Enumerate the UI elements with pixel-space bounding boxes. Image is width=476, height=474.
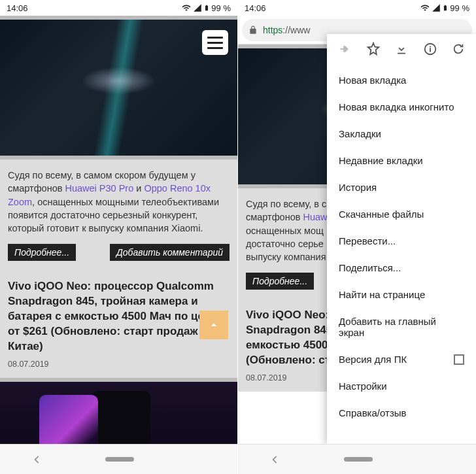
wifi-icon	[181, 3, 192, 12]
battery-icon	[442, 3, 449, 13]
signal-icon	[193, 3, 202, 12]
overview-button[interactable]	[196, 454, 207, 465]
menu-recent-tabs[interactable]: Недавние вкладки	[327, 147, 476, 174]
overview-button[interactable]	[435, 454, 445, 465]
status-bar: 14:06 99 %	[0, 0, 237, 16]
bookmark-star-icon[interactable]	[366, 42, 381, 56]
link-huawei-p30[interactable]: Huawei P30 Pro	[65, 183, 133, 194]
menu-share[interactable]: Поделиться...	[327, 254, 476, 281]
article1-image[interactable]	[0, 16, 237, 160]
clock: 14:06	[7, 3, 28, 13]
article1-buttons: Подробнее... Добавить комментарий	[0, 244, 237, 270]
read-more-button: Подробнее...	[246, 273, 314, 290]
battery-icon	[203, 3, 210, 13]
menu-new-tab[interactable]: Новая вкладка	[327, 67, 476, 93]
menu-downloads[interactable]: Скачанные файлы	[327, 201, 476, 228]
android-navbar	[0, 444, 237, 474]
menu-find-in-page[interactable]: Найти на странице	[327, 281, 476, 308]
chevron-up-icon	[207, 318, 220, 331]
battery-percent: 99 %	[450, 3, 469, 13]
article2-image[interactable]	[0, 378, 237, 444]
page-content-left[interactable]: Судя по всему, в самом скором будущем у …	[0, 16, 237, 444]
menu-help-feedback[interactable]: Справка/отзыв	[327, 399, 476, 426]
status-bar: 14:06 99 %	[238, 0, 476, 16]
status-icons: 99 %	[181, 3, 231, 13]
download-icon[interactable]	[394, 42, 409, 56]
screenshot-right: 14:06 99 % https://www	[238, 0, 476, 474]
chrome-menu: Новая вкладка Новая вкладка инкогнито За…	[327, 34, 476, 444]
menu-list: Новая вкладка Новая вкладка инкогнито За…	[327, 64, 476, 429]
menu-translate[interactable]: Перевести...	[327, 228, 476, 254]
scroll-to-top-button[interactable]	[199, 311, 228, 339]
refresh-icon[interactable]	[451, 42, 466, 56]
battery-percent: 99 %	[211, 3, 231, 13]
wifi-icon	[420, 3, 430, 12]
menu-settings[interactable]: Настройки	[327, 373, 476, 399]
back-button[interactable]	[269, 453, 282, 466]
add-comment-button[interactable]: Добавить комментарий	[110, 244, 230, 261]
hamburger-menu-button[interactable]	[202, 30, 228, 55]
read-more-button[interactable]: Подробнее...	[8, 244, 76, 261]
menu-add-to-homescreen[interactable]: Добавить на главный экран	[327, 308, 476, 346]
lock-icon	[248, 25, 258, 35]
menu-bookmarks[interactable]: Закладки	[327, 120, 476, 147]
signal-icon	[432, 3, 441, 12]
menu-new-incognito[interactable]: Новая вкладка инкогнито	[327, 93, 476, 120]
clock: 14:06	[245, 3, 266, 13]
menu-desktop-site[interactable]: Версия для ПК	[327, 346, 476, 373]
page-content-right: https://www Судя по всему, в самом скоро…	[238, 16, 476, 444]
home-pill[interactable]	[344, 457, 373, 462]
svg-rect-0	[197, 456, 205, 463]
back-button[interactable]	[31, 453, 44, 466]
info-icon[interactable]	[423, 42, 437, 56]
link-huawei-partial: Huaw	[303, 212, 327, 222]
menu-history[interactable]: История	[327, 174, 476, 201]
article1-excerpt: Судя по всему, в самом скором будущем у …	[0, 160, 237, 244]
desktop-site-checkbox[interactable]	[454, 354, 464, 365]
menu-icon-row	[327, 34, 476, 64]
article2-date: 08.07.2019	[0, 358, 237, 378]
forward-icon[interactable]	[337, 42, 352, 56]
status-icons: 99 %	[420, 3, 469, 13]
android-navbar	[238, 444, 476, 474]
home-pill[interactable]	[105, 457, 134, 462]
screenshot-left: 14:06 99 % Судя по всему, в самом скором…	[0, 0, 238, 474]
